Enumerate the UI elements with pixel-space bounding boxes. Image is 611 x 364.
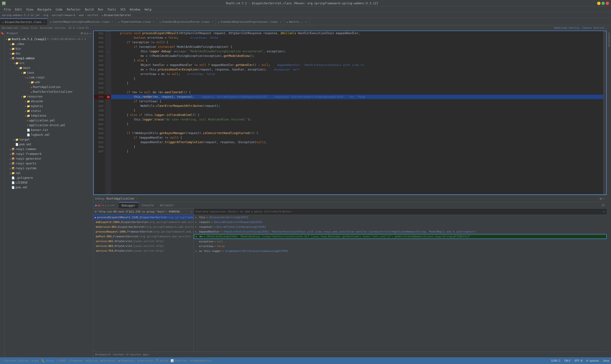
var-mv[interactable]: ▸ mv = {ModelAndView@11936} "ModelAndVie…	[194, 234, 607, 239]
mappedhandler-expand[interactable]: ▸	[195, 230, 198, 233]
debug-runtohere-btn[interactable]: →	[109, 203, 111, 207]
breadcrumb-jar[interactable]: spring-webmvc-5.3.12.jar	[2, 14, 40, 17]
var-this[interactable]: ▸ this = {DispatcherServlet@11937}	[194, 215, 607, 220]
tree-idea[interactable]: ▸ 📁 .idea	[5, 42, 93, 46]
spring-btn[interactable]: ⚙ Spring	[85, 359, 99, 363]
tree-ehcache[interactable]: ▸ 📁 ehcache	[5, 99, 93, 104]
thread-selector[interactable]: "http-nio-80-exec-9"@11,228 in group "ma…	[98, 210, 190, 213]
var-errorview[interactable]: ▸ errorView = false	[194, 244, 607, 248]
tree-ruoyi-admin[interactable]: ▾ 📦 ruoyi-admin	[5, 56, 93, 61]
var-this-logger[interactable]: ▸ oo this.logger = {LogAdapter$Slf4jLoca…	[194, 248, 607, 253]
var-mappedhandler[interactable]: ▸ mappedHandler = {HandlerExecutionChain…	[194, 229, 607, 234]
tab-thymeleafview[interactable]: ☕ ThymeleafView.class ×	[116, 18, 157, 25]
debug-resume-btn[interactable]: ▶	[95, 203, 98, 208]
endpoints-btn[interactable]: ◉ Endpoints	[118, 359, 136, 363]
collapse-all-icon[interactable]: ≡	[84, 32, 86, 35]
call-stack-item-7[interactable]: service:764, HttpServlet (javax.servlet.…	[93, 248, 193, 253]
var-request[interactable]: ▸ request = {ShiroHttpServletRequest@119…	[194, 220, 607, 224]
debug-close-btn[interactable]: ×	[136, 197, 138, 200]
menu-refactor[interactable]: Refactor	[65, 7, 82, 12]
profiler-btn[interactable]: 📊 Profiler	[170, 359, 188, 363]
tree-license[interactable]: ▸ 📄 LICENSE	[5, 180, 93, 185]
call-stack-item-2[interactable]: doService:963, DispatcherServlet (org.sp…	[93, 224, 193, 229]
structure-tab[interactable]: Structure	[607, 31, 611, 49]
eval-dropdown-icon[interactable]: ▾	[603, 210, 605, 213]
breadcrumb-servlet[interactable]: servlet	[87, 14, 98, 17]
thislogger-expand[interactable]: ▸	[195, 249, 198, 253]
tab-close-3[interactable]: ×	[153, 20, 155, 23]
tab-close-5[interactable]: ×	[280, 20, 281, 23]
tree-ruoyi-framework[interactable]: ▸ 📦 ruoyi-framework	[5, 152, 93, 156]
tab-abstract[interactable]: ☕ Abstra... ×	[284, 18, 309, 25]
debug-settings-icon[interactable]: ⚙	[600, 197, 602, 201]
tree-src[interactable]: ▾ 📁 src	[5, 61, 93, 65]
breadcrumb-class[interactable]: ☕ DispatcherServlet	[102, 14, 131, 17]
code-viewport[interactable]: 581 582 583 584 585 586 587 588 589 590 …	[94, 31, 606, 194]
debug-tab-actuator[interactable]: Actuator	[157, 202, 177, 208]
tree-java[interactable]: ▾ 📁 java	[5, 70, 93, 75]
call-stack-item-6[interactable]: service:883, HttpServlet (javax.servlet.…	[93, 244, 193, 248]
var-exception[interactable]: ▸ exception = null	[194, 239, 607, 244]
minimize-button[interactable]: −	[597, 2, 600, 5]
bookmark-icon[interactable]: 🔖	[0, 32, 4, 35]
debug-stop-btn[interactable]: ■	[98, 203, 100, 207]
tree-templates[interactable]: ▸ 📁 templates	[5, 113, 93, 118]
menu-edit[interactable]: Edit	[13, 7, 24, 12]
menu-build[interactable]: Build	[83, 7, 95, 12]
problems-btn[interactable]: ⚠ Problems	[67, 359, 84, 363]
eval-input[interactable]	[196, 210, 603, 213]
sync-icon[interactable]: ⟳	[81, 32, 83, 35]
tree-static[interactable]: ▸ 📁 static	[5, 108, 93, 113]
menu-vcs[interactable]: VCS	[118, 7, 127, 12]
tab-standardexpressionpreprocessor[interactable]: ☕ StandardExpressionPreprocessor.class ×	[216, 18, 284, 25]
tree-main[interactable]: ▾ 📁 main	[5, 65, 93, 70]
thread-filter-icon[interactable]: ⊞	[95, 210, 97, 213]
tree-logback[interactable]: ▸ 📄 logback.xml	[5, 132, 93, 137]
debug-tab-debugger[interactable]: Debugger	[119, 202, 138, 208]
tree-pom-root[interactable]: ▸ 📄 pom.xml	[5, 185, 93, 190]
menu-code[interactable]: Code	[54, 7, 65, 12]
download-sources-link[interactable]: Download Sources	[554, 26, 580, 29]
tree-root[interactable]: ▾ 📁 RuoYi-v4.7.1 [ruoyi] E:\代审计\第五期\RuoY…	[5, 37, 93, 42]
mv-expand[interactable]: ▸	[196, 235, 199, 238]
menu-navigate[interactable]: Navigate	[36, 7, 53, 12]
tab-close-2[interactable]: ×	[111, 20, 113, 23]
debug-tab-console[interactable]: Console	[139, 202, 157, 208]
build-btn[interactable]: 🔨 Build	[155, 359, 169, 363]
maximize-button[interactable]: □	[601, 2, 605, 5]
tree-com-ruoyi[interactable]: ▾ ☕ com.ruoyi	[5, 75, 93, 80]
terminal-btn[interactable]: ▣ Terminal	[100, 359, 117, 363]
tab-close-4[interactable]: ×	[212, 20, 213, 23]
code-editor[interactable]: 581 582 583 584 585 586 587 588 589 590 …	[93, 31, 607, 195]
tree-ruoyi-generator[interactable]: ▸ 📦 ruoyi-generator	[5, 156, 93, 161]
response-expand[interactable]: ▸	[195, 225, 198, 229]
tree-ruoyi-common[interactable]: ▸ 📦 ruoyi-common	[5, 147, 93, 152]
tree-bin[interactable]: ▸ 📁 bin	[5, 46, 93, 51]
tab-close[interactable]: ×	[43, 21, 45, 24]
menu-window[interactable]: Window	[128, 7, 142, 12]
dependencies-btn[interactable]: ⊕ Dependencies	[189, 359, 212, 363]
tree-ruoyiapp[interactable]: ▸ ☕ RuoYiApplication	[5, 85, 93, 89]
menu-view[interactable]: View	[24, 7, 35, 12]
tree-ruoyi-system[interactable]: ▸ 📦 ruoyi-system	[5, 166, 93, 171]
tree-ruoyiservlet[interactable]: ▸ ☕ RuoYiServletInitializer	[5, 89, 93, 94]
tree-application-yml[interactable]: ▸ ⚙ application.yml	[5, 118, 93, 123]
close-button[interactable]: ×	[606, 2, 609, 5]
tab-dispatcherservlet[interactable]: ☕ DispatcherServlet.class ×	[0, 18, 48, 25]
version-control-btn[interactable]: ↑ Version Control	[2, 359, 30, 363]
services-btn[interactable]: ⊞ Services	[137, 359, 154, 363]
menu-help[interactable]: Help	[143, 7, 153, 12]
tab-standardexpressionparser[interactable]: ☕ StandardExpressionParser.class ×	[157, 18, 216, 25]
choose-sources-link[interactable]: Choose Sources...	[582, 26, 609, 29]
tree-target[interactable]: ▸ 📁 target	[5, 137, 93, 142]
debug-stepover-btn[interactable]: ↷	[102, 203, 104, 207]
settings-icon[interactable]: ⚙	[87, 32, 89, 35]
request-expand[interactable]: ▸	[195, 221, 198, 224]
tree-sql[interactable]: ▸ 📁 sql	[5, 171, 93, 175]
tree-banner[interactable]: ▸ 📄 banner.txt	[5, 128, 93, 132]
tree-web[interactable]: ▸ 📁 web	[5, 80, 93, 85]
todo-btn[interactable]: ☑ TODO	[56, 359, 66, 363]
tab-contentnegotiating[interactable]: ☕ ContentNegotiatingViewResolver.class ×	[48, 18, 116, 25]
close-sidebar-icon[interactable]: −	[89, 32, 91, 35]
debug-evaluate-btn[interactable]: ⌨	[112, 203, 114, 207]
